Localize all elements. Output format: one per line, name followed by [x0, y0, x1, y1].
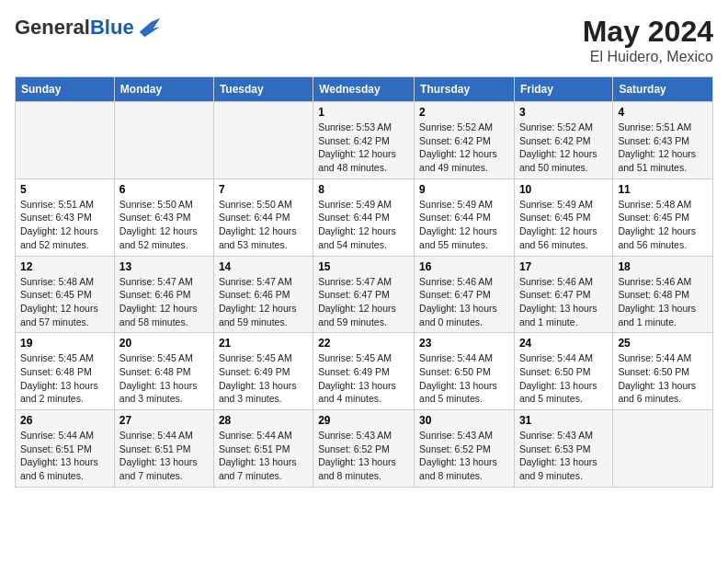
logo-wordmark: GeneralBlue — [15, 15, 162, 40]
calendar-day-cell: 25Sunrise: 5:44 AM Sunset: 6:50 PM Dayli… — [613, 333, 713, 410]
day-number: 11 — [618, 183, 708, 196]
day-info-text: Sunrise: 5:45 AM Sunset: 6:48 PM Dayligh… — [20, 351, 109, 406]
calendar-day-cell — [16, 102, 115, 179]
day-number: 20 — [119, 337, 209, 350]
logo: GeneralBlue — [15, 15, 162, 40]
logo-text-block: GeneralBlue — [15, 15, 162, 40]
calendar-day-cell: 5Sunrise: 5:51 AM Sunset: 6:43 PM Daylig… — [16, 178, 115, 256]
day-info-text: Sunrise: 5:52 AM Sunset: 6:42 PM Dayligh… — [419, 121, 509, 175]
day-header-saturday: Saturday — [613, 77, 713, 102]
calendar-day-cell — [613, 410, 713, 488]
day-info-text: Sunrise: 5:51 AM Sunset: 6:43 PM Dayligh… — [618, 121, 708, 175]
calendar-day-cell: 28Sunrise: 5:44 AM Sunset: 6:51 PM Dayli… — [213, 410, 313, 488]
day-number: 12 — [20, 260, 109, 273]
calendar-day-cell: 8Sunrise: 5:49 AM Sunset: 6:44 PM Daylig… — [313, 178, 415, 256]
calendar-day-cell — [114, 102, 213, 179]
calendar-day-cell: 10Sunrise: 5:49 AM Sunset: 6:45 PM Dayli… — [514, 178, 612, 256]
day-number: 8 — [318, 183, 409, 196]
day-number: 30 — [419, 414, 509, 427]
calendar-week-row: 12Sunrise: 5:48 AM Sunset: 6:45 PM Dayli… — [16, 256, 713, 333]
day-number: 23 — [419, 337, 509, 350]
calendar-day-cell: 18Sunrise: 5:46 AM Sunset: 6:48 PM Dayli… — [613, 256, 713, 333]
calendar-week-row: 26Sunrise: 5:44 AM Sunset: 6:51 PM Dayli… — [16, 410, 713, 488]
calendar-day-cell: 12Sunrise: 5:48 AM Sunset: 6:45 PM Dayli… — [16, 256, 115, 333]
day-info-text: Sunrise: 5:47 AM Sunset: 6:46 PM Dayligh… — [119, 275, 209, 329]
day-info-text: Sunrise: 5:46 AM Sunset: 6:47 PM Dayligh… — [519, 275, 608, 329]
day-info-text: Sunrise: 5:48 AM Sunset: 6:45 PM Dayligh… — [618, 198, 708, 252]
day-number: 31 — [519, 414, 608, 427]
day-info-text: Sunrise: 5:44 AM Sunset: 6:50 PM Dayligh… — [618, 351, 708, 406]
calendar-day-cell: 30Sunrise: 5:43 AM Sunset: 6:52 PM Dayli… — [415, 410, 515, 488]
day-number: 19 — [20, 337, 109, 350]
day-number: 25 — [618, 337, 708, 350]
day-info-text: Sunrise: 5:46 AM Sunset: 6:47 PM Dayligh… — [419, 275, 509, 329]
calendar-day-cell: 19Sunrise: 5:45 AM Sunset: 6:48 PM Dayli… — [16, 333, 115, 410]
day-info-text: Sunrise: 5:49 AM Sunset: 6:44 PM Dayligh… — [318, 198, 409, 252]
day-info-text: Sunrise: 5:45 AM Sunset: 6:49 PM Dayligh… — [219, 351, 308, 406]
calendar-day-cell: 31Sunrise: 5:43 AM Sunset: 6:53 PM Dayli… — [514, 410, 612, 488]
day-header-tuesday: Tuesday — [213, 77, 313, 102]
day-info-text: Sunrise: 5:47 AM Sunset: 6:47 PM Dayligh… — [318, 275, 409, 329]
calendar-day-cell: 20Sunrise: 5:45 AM Sunset: 6:48 PM Dayli… — [114, 333, 213, 410]
day-info-text: Sunrise: 5:52 AM Sunset: 6:42 PM Dayligh… — [519, 121, 608, 175]
month-year-title: May 2024 — [583, 15, 713, 49]
calendar-table: SundayMondayTuesdayWednesdayThursdayFrid… — [15, 76, 713, 488]
day-number: 18 — [618, 260, 708, 273]
calendar-week-row: 1Sunrise: 5:53 AM Sunset: 6:42 PM Daylig… — [16, 102, 713, 179]
day-number: 17 — [519, 260, 608, 273]
day-info-text: Sunrise: 5:44 AM Sunset: 6:50 PM Dayligh… — [419, 351, 509, 406]
day-info-text: Sunrise: 5:43 AM Sunset: 6:53 PM Dayligh… — [519, 429, 608, 483]
calendar-day-cell — [213, 102, 313, 179]
day-number: 16 — [419, 260, 509, 273]
day-number: 2 — [419, 106, 509, 119]
calendar-day-cell: 3Sunrise: 5:52 AM Sunset: 6:42 PM Daylig… — [514, 102, 612, 179]
title-block: May 2024 El Huidero, Mexico — [583, 15, 713, 65]
calendar-header-row: SundayMondayTuesdayWednesdayThursdayFrid… — [16, 77, 713, 102]
calendar-day-cell: 14Sunrise: 5:47 AM Sunset: 6:46 PM Dayli… — [213, 256, 313, 333]
day-number: 15 — [318, 260, 409, 273]
svg-marker-0 — [139, 18, 159, 38]
day-info-text: Sunrise: 5:46 AM Sunset: 6:48 PM Dayligh… — [618, 275, 708, 329]
calendar-day-cell: 21Sunrise: 5:45 AM Sunset: 6:49 PM Dayli… — [213, 333, 313, 410]
day-number: 21 — [219, 337, 308, 350]
day-info-text: Sunrise: 5:43 AM Sunset: 6:52 PM Dayligh… — [419, 429, 509, 483]
calendar-day-cell: 23Sunrise: 5:44 AM Sunset: 6:50 PM Dayli… — [415, 333, 515, 410]
calendar-day-cell: 26Sunrise: 5:44 AM Sunset: 6:51 PM Dayli… — [16, 410, 115, 488]
day-number: 9 — [419, 183, 509, 196]
day-info-text: Sunrise: 5:45 AM Sunset: 6:49 PM Dayligh… — [318, 351, 409, 406]
calendar-day-cell: 2Sunrise: 5:52 AM Sunset: 6:42 PM Daylig… — [415, 102, 515, 179]
day-info-text: Sunrise: 5:44 AM Sunset: 6:51 PM Dayligh… — [20, 429, 109, 483]
calendar-day-cell: 29Sunrise: 5:43 AM Sunset: 6:52 PM Dayli… — [313, 410, 415, 488]
day-number: 13 — [119, 260, 209, 273]
day-info-text: Sunrise: 5:44 AM Sunset: 6:51 PM Dayligh… — [219, 429, 308, 483]
day-info-text: Sunrise: 5:50 AM Sunset: 6:44 PM Dayligh… — [219, 198, 308, 252]
day-info-text: Sunrise: 5:44 AM Sunset: 6:50 PM Dayligh… — [519, 351, 608, 406]
calendar-day-cell: 11Sunrise: 5:48 AM Sunset: 6:45 PM Dayli… — [613, 178, 713, 256]
page-header: GeneralBlue May 2024 El Huidero, Mexico — [15, 15, 713, 65]
logo-bird-icon — [136, 15, 162, 40]
calendar-day-cell: 4Sunrise: 5:51 AM Sunset: 6:43 PM Daylig… — [613, 102, 713, 179]
calendar-day-cell: 15Sunrise: 5:47 AM Sunset: 6:47 PM Dayli… — [313, 256, 415, 333]
day-info-text: Sunrise: 5:50 AM Sunset: 6:43 PM Dayligh… — [119, 198, 209, 252]
day-info-text: Sunrise: 5:47 AM Sunset: 6:46 PM Dayligh… — [219, 275, 308, 329]
calendar-day-cell: 17Sunrise: 5:46 AM Sunset: 6:47 PM Dayli… — [514, 256, 612, 333]
day-number: 3 — [519, 106, 608, 119]
location-subtitle: El Huidero, Mexico — [583, 49, 713, 65]
calendar-day-cell: 24Sunrise: 5:44 AM Sunset: 6:50 PM Dayli… — [514, 333, 612, 410]
day-number: 28 — [219, 414, 308, 427]
day-info-text: Sunrise: 5:49 AM Sunset: 6:45 PM Dayligh… — [519, 198, 608, 252]
logo-general: General — [15, 16, 90, 39]
day-header-monday: Monday — [114, 77, 213, 102]
day-header-thursday: Thursday — [415, 77, 515, 102]
calendar-day-cell: 6Sunrise: 5:50 AM Sunset: 6:43 PM Daylig… — [114, 178, 213, 256]
calendar-week-row: 19Sunrise: 5:45 AM Sunset: 6:48 PM Dayli… — [16, 333, 713, 410]
day-info-text: Sunrise: 5:48 AM Sunset: 6:45 PM Dayligh… — [20, 275, 109, 329]
logo-blue: Blue — [90, 16, 134, 39]
day-info-text: Sunrise: 5:51 AM Sunset: 6:43 PM Dayligh… — [20, 198, 109, 252]
calendar-day-cell: 7Sunrise: 5:50 AM Sunset: 6:44 PM Daylig… — [213, 178, 313, 256]
day-number: 10 — [519, 183, 608, 196]
day-number: 24 — [519, 337, 608, 350]
day-number: 4 — [618, 106, 708, 119]
day-info-text: Sunrise: 5:45 AM Sunset: 6:48 PM Dayligh… — [119, 351, 209, 406]
calendar-day-cell: 22Sunrise: 5:45 AM Sunset: 6:49 PM Dayli… — [313, 333, 415, 410]
